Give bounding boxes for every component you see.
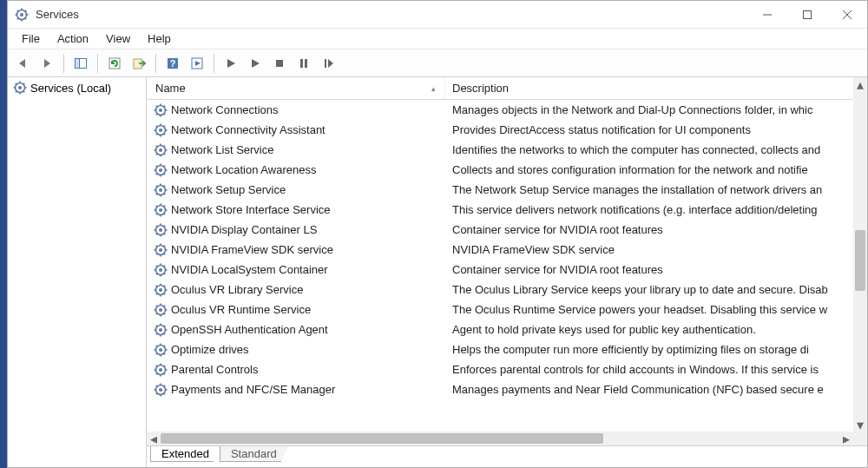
- column-header-description[interactable]: Description: [445, 77, 853, 99]
- minimize-button[interactable]: [747, 1, 787, 28]
- menu-view[interactable]: View: [97, 30, 139, 47]
- arrow-right-icon: [40, 56, 54, 70]
- service-row[interactable]: Optimize drivesHelps the computer run mo…: [147, 339, 853, 359]
- export-list-button[interactable]: [128, 52, 150, 75]
- properties-button[interactable]: [186, 52, 208, 75]
- body-split: Services (Local) Name ▴ Description: [8, 77, 867, 467]
- service-description: Enforces parental controls for child acc…: [452, 363, 819, 376]
- service-row[interactable]: Network ConnectionsManages objects in th…: [147, 100, 853, 120]
- scroll-up-icon[interactable]: ▴: [853, 77, 867, 91]
- service-row[interactable]: Network Store Interface ServiceThis serv…: [147, 200, 853, 220]
- menu-action[interactable]: Action: [49, 30, 97, 47]
- svg-rect-24: [325, 59, 326, 68]
- gear-icon: [154, 143, 168, 157]
- service-description: Manages payments and Near Field Communic…: [452, 383, 824, 396]
- gear-icon: [154, 283, 168, 297]
- scrollbar-track[interactable]: [161, 432, 839, 445]
- service-name: Oculus VR Library Service: [171, 283, 303, 296]
- service-row[interactable]: Network Connectivity AssistantProvides D…: [147, 120, 853, 140]
- service-description: Manages objects in the Network and Dial-…: [452, 103, 813, 116]
- service-row[interactable]: Network Location AwarenessCollects and s…: [147, 160, 853, 180]
- maximize-button[interactable]: [787, 1, 827, 28]
- list-wrap: Name ▴ Description Network ConnectionsMa…: [147, 77, 867, 446]
- service-name: Oculus VR Runtime Service: [171, 303, 311, 316]
- service-name: Optimize drives: [171, 343, 249, 356]
- service-name: Network List Service: [171, 143, 273, 156]
- service-row[interactable]: NVIDIA LocalSystem ContainerContainer se…: [147, 260, 853, 280]
- stop-service-button[interactable]: [268, 52, 291, 75]
- refresh-button[interactable]: [103, 52, 126, 75]
- restart-service-button[interactable]: [317, 52, 339, 75]
- service-row[interactable]: OpenSSH Authentication AgentAgent to hol…: [147, 320, 853, 339]
- service-description: Helps the computer run more efficiently …: [452, 343, 809, 356]
- scrollbar-track[interactable]: [853, 91, 867, 418]
- service-name: Network Setup Service: [171, 183, 286, 196]
- service-row[interactable]: Network List ServiceIdentifies the netwo…: [147, 140, 853, 160]
- scroll-down-icon[interactable]: ▾: [853, 418, 867, 432]
- service-row[interactable]: Oculus VR Runtime ServiceThe Oculus Runt…: [147, 300, 853, 320]
- svg-rect-11: [804, 10, 812, 18]
- gear-icon: [154, 223, 168, 237]
- service-row[interactable]: Network Setup ServiceThe Network Setup S…: [147, 180, 853, 200]
- service-row[interactable]: Parental ControlsEnforces parental contr…: [147, 359, 853, 379]
- service-description: NVIDIA FrameView SDK service: [452, 243, 615, 256]
- menu-file[interactable]: File: [13, 30, 49, 47]
- service-description: Container service for NVIDIA root featur…: [452, 223, 663, 236]
- svg-rect-15: [76, 58, 80, 68]
- toolbar-separator: [63, 54, 64, 73]
- column-header-name-label: Name: [155, 82, 186, 95]
- tree-item-services-local[interactable]: Services (Local): [10, 79, 144, 96]
- forward-button[interactable]: [36, 52, 58, 75]
- gear-icon: [154, 183, 168, 197]
- svg-rect-21: [276, 60, 283, 67]
- svg-rect-23: [305, 59, 307, 68]
- toolbar-separator: [97, 54, 98, 73]
- start-service-button[interactable]: [220, 52, 242, 75]
- gear-icon: [154, 363, 168, 377]
- tab-standard-label: Standard: [231, 447, 277, 460]
- service-row[interactable]: Oculus VR Library ServiceThe Oculus Libr…: [147, 280, 853, 300]
- help-button[interactable]: ?: [161, 52, 184, 75]
- window-title: Services: [36, 8, 747, 21]
- service-description: Identifies the networks to which the com…: [452, 143, 820, 156]
- horizontal-scrollbar[interactable]: ◂ ▸: [147, 432, 853, 445]
- service-name: Network Connections: [171, 103, 279, 116]
- service-name: NVIDIA Display Container LS: [171, 223, 317, 236]
- scrollbar-thumb[interactable]: [855, 230, 865, 291]
- close-button[interactable]: [827, 1, 867, 28]
- service-description: The Oculus Library Service keeps your li…: [452, 283, 828, 296]
- show-hide-tree-button[interactable]: [69, 52, 92, 75]
- service-row[interactable]: Payments and NFC/SE ManagerManages payme…: [147, 379, 853, 399]
- start-service-alt-button[interactable]: [244, 52, 266, 75]
- scroll-left-icon[interactable]: ◂: [147, 432, 161, 445]
- service-name: Parental Controls: [171, 363, 258, 376]
- gear-icon: [154, 303, 168, 317]
- column-header-name[interactable]: Name ▴: [147, 77, 445, 99]
- tab-standard[interactable]: Standard: [220, 446, 288, 462]
- minimize-icon: [762, 10, 773, 20]
- tab-extended[interactable]: Extended: [150, 446, 220, 462]
- pause-service-button[interactable]: [293, 52, 315, 75]
- gear-icon: [154, 203, 168, 217]
- play-icon: [225, 57, 237, 69]
- scrollbar-thumb[interactable]: [161, 433, 603, 444]
- service-description: Collects and stores configuration inform…: [452, 163, 808, 176]
- list-view: Name ▴ Description Network ConnectionsMa…: [147, 77, 853, 432]
- service-description: This service delivers network notificati…: [452, 203, 818, 216]
- column-header-description-label: Description: [452, 82, 509, 95]
- service-name: OpenSSH Authentication Agent: [171, 323, 328, 336]
- scroll-right-icon[interactable]: ▸: [839, 432, 853, 445]
- svg-rect-22: [300, 59, 303, 68]
- gear-icon: [154, 323, 168, 337]
- menu-help[interactable]: Help: [139, 30, 180, 47]
- close-icon: [842, 10, 852, 20]
- view-tabs: Extended Standard: [147, 446, 867, 467]
- service-row[interactable]: NVIDIA Display Container LSContainer ser…: [147, 220, 853, 240]
- menu-bar: File Action View Help: [8, 29, 867, 49]
- service-rows: Network ConnectionsManages objects in th…: [147, 100, 853, 399]
- toolbar-separator: [214, 54, 214, 73]
- back-button[interactable]: [11, 52, 34, 75]
- vertical-scrollbar[interactable]: ▴ ▾: [853, 77, 867, 432]
- service-description: Provides DirectAccess status notificatio…: [452, 123, 751, 136]
- service-row[interactable]: NVIDIA FrameView SDK serviceNVIDIA Frame…: [147, 240, 853, 260]
